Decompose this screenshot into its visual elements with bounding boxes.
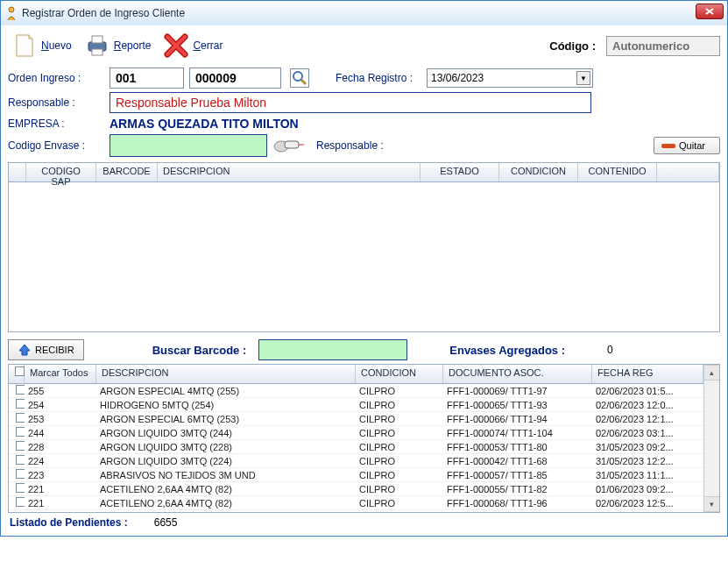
title-bar: Registrar Orden de Ingreso Cliente: [1, 1, 727, 25]
pendientes-count: 6655: [154, 516, 178, 529]
scrollbar[interactable]: ▴ ▾: [703, 365, 719, 512]
header-checkbox[interactable]: [15, 366, 25, 376]
date-dropdown-button[interactable]: ▼: [576, 71, 590, 85]
row-checkbox[interactable]: [16, 399, 25, 409]
responsable2-label: Responsable :: [316, 139, 384, 152]
empresa-value: ARMAS QUEZADA TITO MILTON: [110, 117, 299, 131]
cerrar-button[interactable]: Cerrar: [159, 31, 226, 60]
close-button[interactable]: [696, 4, 724, 19]
svg-line-5: [301, 80, 306, 84]
reporte-button[interactable]: Reporte: [81, 31, 155, 60]
svg-rect-7: [285, 141, 299, 148]
table-row[interactable]: 221ACETILENO 2,6AA 4MTQ (82)CILPROFFF1-0…: [9, 482, 703, 496]
responsable-label: Responsable :: [8, 96, 104, 109]
fecha-input[interactable]: 13/06/2023 ▼: [427, 68, 593, 88]
magnifier-icon: [292, 70, 307, 86]
pendientes-label: Listado de Pendientes :: [10, 516, 128, 529]
new-file-icon: [11, 32, 38, 59]
cerrar-label: Cerrar: [193, 39, 223, 52]
svg-rect-2: [92, 36, 102, 43]
responsable-input[interactable]: Responsable Prueba Milton: [110, 92, 591, 113]
row-checkbox[interactable]: [16, 483, 25, 493]
row-checkbox[interactable]: [16, 497, 25, 507]
envase-label: Codigo Envase :: [8, 139, 104, 152]
orden-num-input[interactable]: 000009: [189, 68, 281, 89]
quitar-button[interactable]: Quitar: [654, 137, 720, 154]
row-checkbox[interactable]: [16, 455, 25, 465]
orden-label: Orden Ingreso :: [8, 72, 104, 84]
scroll-down-button[interactable]: ▾: [704, 496, 719, 512]
grid1-header: CODIGO SAP BARCODE DESCRIPCION ESTADO CO…: [9, 163, 719, 182]
table-row[interactable]: 221ACETILENO 2,6AA 4MTQ (82)CILPROFFF1-0…: [9, 496, 703, 510]
table-row[interactable]: 224ARGON LIQUIDO 3MTQ (224)CILPROFFF1-00…: [9, 454, 703, 468]
row-checkbox[interactable]: [16, 385, 25, 395]
svg-point-0: [9, 7, 14, 12]
buscar-barcode-input[interactable]: [258, 339, 407, 360]
row-checkbox[interactable]: [16, 441, 25, 451]
printer-icon: [84, 32, 110, 59]
pendientes-grid[interactable]: Marcar Todos DESCRIPCION CONDICION DOCUM…: [8, 364, 720, 513]
table-row[interactable]: 253ARGON ESPECIAL 6MTQ (253)CILPROFFF1-0…: [9, 412, 703, 426]
empresa-label: EMPRESA :: [8, 117, 104, 130]
nuevo-label: Nuevo: [41, 39, 72, 52]
codigo-label: Código :: [549, 39, 596, 53]
fecha-label: Fecha Registro :: [336, 72, 413, 84]
codigo-value: Autonumerico: [606, 36, 720, 56]
grid2-header: Marcar Todos DESCRIPCION CONDICION DOCUM…: [9, 365, 703, 384]
agregados-value: 0: [607, 344, 613, 356]
minus-icon: [661, 144, 675, 148]
arrow-up-icon: [18, 344, 32, 356]
table-row[interactable]: 228ARGON LIQUIDO 3MTQ (228)CILPROFFF1-00…: [9, 440, 703, 454]
orden-prefix-input[interactable]: 001: [110, 68, 184, 89]
table-row[interactable]: 254HIDROGENO 5MTQ (254)CILPROFFF1-000065…: [9, 398, 703, 412]
row-checkbox[interactable]: [16, 413, 25, 423]
codigo-envase-input[interactable]: [110, 134, 267, 157]
svg-point-4: [293, 72, 302, 81]
table-row[interactable]: 244ARGON LIQUIDO 3MTQ (244)CILPROFFF1-00…: [9, 426, 703, 440]
svg-rect-3: [92, 49, 102, 55]
agregados-label: Envases Agregados :: [449, 344, 565, 357]
table-row[interactable]: 255ARGON ESPECIAL 4MTQ (255)CILPROFFF1-0…: [9, 384, 703, 398]
reporte-label: Reporte: [114, 39, 152, 52]
window-title: Registrar Orden de Ingreso Cliente: [22, 7, 185, 19]
scroll-up-button[interactable]: ▴: [704, 365, 719, 381]
close-x-icon: [163, 32, 189, 59]
table-row[interactable]: 223ABRASIVOS NO TEJIDOS 3M UNDCILPROFFF1…: [9, 468, 703, 482]
orden-search-button[interactable]: [290, 68, 309, 88]
row-checkbox[interactable]: [16, 427, 25, 437]
recibir-button[interactable]: RECIBIR: [8, 339, 84, 360]
nuevo-button[interactable]: Nuevo: [8, 31, 75, 60]
row-checkbox[interactable]: [16, 469, 25, 479]
barcode-scanner-icon: [272, 136, 304, 155]
app-icon: [4, 5, 18, 21]
added-items-grid[interactable]: CODIGO SAP BARCODE DESCRIPCION ESTADO CO…: [8, 162, 720, 332]
buscar-barcode-label: Buscar Barcode :: [152, 344, 247, 357]
